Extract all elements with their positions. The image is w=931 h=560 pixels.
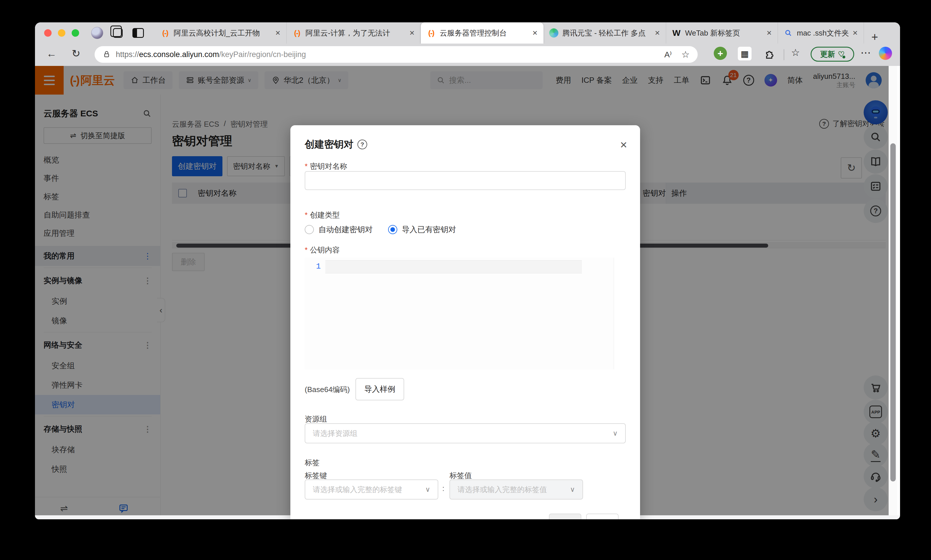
modal-help-icon[interactable]: ? — [357, 140, 367, 149]
back-icon[interactable]: ← — [46, 48, 57, 60]
aliyun-favicon: (-) — [426, 28, 436, 37]
radio-label: 自动创建密钥对 — [319, 225, 372, 235]
search-favicon — [784, 28, 793, 37]
tab-close-icon[interactable]: ✕ — [409, 29, 415, 37]
radio-label: 导入已有密钥对 — [402, 225, 456, 235]
tab-title: WeTab 新标签页 — [685, 28, 762, 38]
tag-value-select[interactable]: 请选择或输入完整的标签值 ∨ — [449, 480, 583, 500]
browser-update-button[interactable]: 更新 ♡ — [811, 47, 854, 62]
select-placeholder: 请选择资源组 — [313, 428, 357, 438]
tab-aliyun-computing[interactable]: (-) 阿里云-计算，为了无法计 ✕ — [287, 22, 421, 43]
browser-window: (-) 阿里云高校计划_云工开物 ✕ (-) 阿里云-计算，为了无法计 ✕ (-… — [35, 22, 900, 519]
wetab-favicon: W — [672, 28, 681, 37]
tab-title: mac .ssh文件夹在哪里 - 搜 — [797, 28, 848, 38]
extensions-icon[interactable] — [764, 48, 776, 60]
favorites-bar-icon[interactable]: ☆ — [791, 47, 800, 58]
page-area: (-) 阿里云 工作台 账号全部资源 ∨ 华北2（北京） ∨ — [35, 66, 900, 519]
tag-key-select[interactable]: 请选择或输入完整的标签键 ∨ — [305, 480, 438, 500]
tag-key-label: 标签键 — [305, 471, 327, 481]
url-field[interactable]: https://ecs.console.aliyun.com/keyPair/r… — [95, 46, 698, 63]
resource-group-select[interactable]: 请选择资源组 ∨ — [305, 423, 626, 443]
create-keypair-modal: 创建密钥对 ? ✕ *密钥对名称 *创建类型 自动创建密钥对 导入已 — [290, 125, 640, 519]
tag-value-label: 标签值 — [449, 471, 472, 481]
tab-title: 阿里云高校计划_云工开物 — [174, 28, 271, 38]
reload-icon[interactable]: ↻ — [72, 48, 80, 60]
tab-close-icon[interactable]: ✕ — [853, 29, 858, 37]
url-text: https://ecs.console.aliyun.com/keyPair/r… — [116, 50, 306, 59]
vertical-scrollbar[interactable] — [889, 66, 897, 519]
keypair-name-field — [305, 171, 626, 190]
tags-label: 标签 — [305, 458, 320, 468]
select-placeholder: 请选择或输入完整的标签值 — [457, 485, 547, 495]
radio-selected-icon — [388, 225, 397, 234]
yuanbao-favicon — [549, 28, 559, 37]
chevron-down-icon: ∨ — [425, 486, 430, 494]
tab-title: 阿里云-计算，为了无法计 — [306, 28, 405, 38]
public-key-label: *公钥内容 — [305, 245, 340, 255]
tab-ecs-console-active[interactable]: (-) 云服务器管理控制台 ✕ — [421, 22, 543, 43]
close-window-button[interactable] — [44, 29, 52, 37]
zoom-window-button[interactable] — [72, 29, 79, 37]
tab-title: 云服务器管理控制台 — [440, 28, 528, 38]
lock-icon — [103, 51, 111, 58]
chevron-down-icon: ∨ — [612, 429, 618, 437]
update-label: 更新 — [820, 49, 835, 59]
modal-close-icon[interactable]: ✕ — [620, 140, 628, 151]
tab-yuanbao[interactable]: 腾讯元宝 - 轻松工作 多点 ✕ — [543, 22, 666, 43]
resource-group-label: 资源组 — [305, 414, 327, 424]
traffic-lights — [44, 29, 79, 37]
radio-import-existing-selected[interactable]: 导入已有密钥对 — [388, 225, 456, 235]
tab-aliyun-campus[interactable]: (-) 阿里云高校计划_云工开物 ✕ — [155, 22, 287, 43]
qr-code-icon[interactable]: ▦ — [738, 47, 752, 60]
more-menu-icon[interactable]: ⋯ — [860, 47, 871, 59]
keypair-name-label: *密钥对名称 — [305, 162, 347, 171]
line-number: 1 — [305, 262, 321, 271]
modal-title: 创建密钥对 — [305, 138, 354, 151]
radio-auto-create[interactable]: 自动创建密钥对 — [305, 225, 372, 235]
read-aloud-icon[interactable]: A⁾ — [665, 50, 672, 59]
create-type-label: *创建类型 — [305, 210, 340, 220]
public-key-editor[interactable]: 1 — [305, 258, 623, 369]
tab-title: 腾讯元宝 - 轻松工作 多点 — [562, 28, 651, 38]
screen: (-) 阿里云高校计划_云工开物 ✕ (-) 阿里云-计算，为了无法计 ✕ (-… — [0, 0, 931, 560]
aliyun-favicon: (-) — [160, 28, 170, 37]
browser-profile-avatar[interactable] — [91, 27, 103, 39]
address-bar: ← ↻ https://ecs.console.aliyun.com/keyPa… — [35, 43, 900, 66]
editor-scrollbar-track[interactable] — [614, 258, 623, 369]
tab-wetab[interactable]: W WeTab 新标签页 ✕ — [666, 22, 778, 43]
favorite-star-icon[interactable]: ☆ — [681, 49, 689, 60]
new-tab-button[interactable]: + — [864, 31, 885, 43]
editor-active-line — [325, 260, 582, 274]
tab-close-icon[interactable]: ✕ — [275, 29, 281, 37]
tab-close-icon[interactable]: ✕ — [532, 29, 538, 37]
side-panel-icon[interactable] — [132, 28, 144, 38]
copilot-icon[interactable] — [879, 47, 892, 60]
select-placeholder: 请选择或输入完整的标签键 — [313, 485, 402, 495]
keypair-name-input[interactable] — [305, 172, 625, 189]
update-badge-dot — [842, 55, 846, 59]
minimize-window-button[interactable] — [58, 29, 65, 37]
collections-add-icon[interactable]: + — [714, 47, 727, 60]
toolbar-divider — [784, 49, 784, 60]
chevron-down-icon: ∨ — [570, 486, 575, 494]
tab-groups-icon[interactable] — [113, 28, 123, 38]
scrollbar-thumb[interactable] — [890, 143, 896, 482]
tab-strip: (-) 阿里云高校计划_云工开物 ✕ (-) 阿里云-计算，为了无法计 ✕ (-… — [35, 22, 900, 43]
tab-close-icon[interactable]: ✕ — [655, 29, 660, 37]
tag-colon: : — [442, 484, 444, 493]
modal-cancel-button-partial[interactable] — [549, 514, 581, 519]
modal-confirm-button-partial[interactable] — [586, 514, 619, 519]
aliyun-favicon: (-) — [292, 28, 302, 37]
import-sample-button[interactable]: 导入样例 — [355, 378, 404, 400]
tab-close-icon[interactable]: ✕ — [766, 29, 772, 37]
tabs: (-) 阿里云高校计划_云工开物 ✕ (-) 阿里云-计算，为了无法计 ✕ (-… — [155, 22, 900, 43]
tab-ssh-search[interactable]: mac .ssh文件夹在哪里 - 搜 ✕ — [778, 22, 864, 43]
base64-note: (Base64编码) — [305, 385, 350, 395]
radio-unselected-icon — [305, 225, 314, 234]
